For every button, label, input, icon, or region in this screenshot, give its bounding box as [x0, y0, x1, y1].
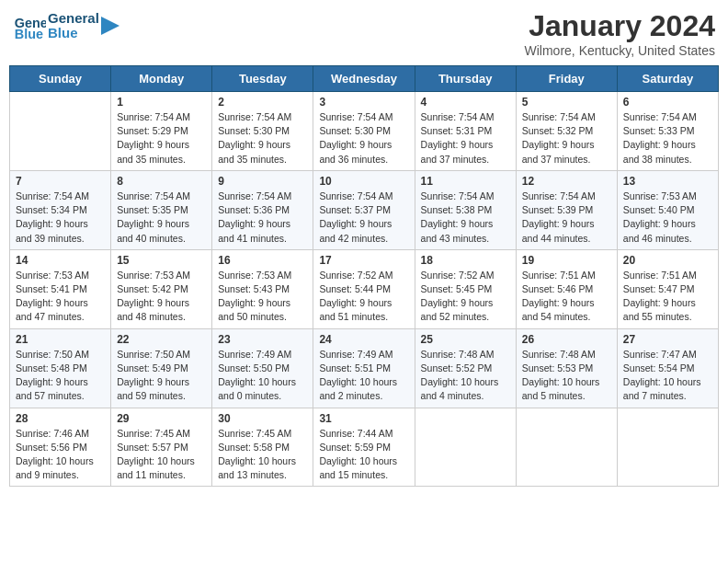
day-info: Sunrise: 7:51 AM Sunset: 5:47 PM Dayligh…	[623, 269, 712, 325]
sunset-text: Sunset: 5:31 PM	[421, 124, 510, 138]
calendar-day-cell: 10 Sunrise: 7:54 AM Sunset: 5:37 PM Dayl…	[313, 170, 415, 249]
day-number: 27	[623, 333, 712, 346]
logo-icon: General Blue	[13, 9, 46, 42]
day-info: Sunrise: 7:47 AM Sunset: 5:54 PM Dayligh…	[623, 348, 712, 404]
calendar-day-cell: 22 Sunrise: 7:50 AM Sunset: 5:49 PM Dayl…	[111, 328, 212, 408]
sunset-text: Sunset: 5:48 PM	[16, 362, 105, 375]
daylight-text: Daylight: 9 hours and 36 minutes.	[319, 138, 408, 166]
sunrise-text: Sunrise: 7:53 AM	[16, 269, 105, 282]
day-number: 11	[421, 175, 510, 188]
sunset-text: Sunset: 5:36 PM	[218, 203, 307, 217]
calendar-day-cell: 31 Sunrise: 7:44 AM Sunset: 5:59 PM Dayl…	[313, 408, 415, 487]
daylight-text: Daylight: 9 hours and 47 minutes.	[16, 296, 105, 324]
day-number: 19	[522, 254, 611, 267]
daylight-text: Daylight: 9 hours and 35 minutes.	[218, 138, 307, 166]
day-number: 28	[16, 412, 105, 425]
day-info: Sunrise: 7:54 AM Sunset: 5:32 PM Dayligh…	[522, 110, 611, 167]
sunset-text: Sunset: 5:38 PM	[421, 203, 510, 217]
daylight-text: Daylight: 10 hours and 4 minutes.	[421, 375, 510, 403]
calendar-day-cell: 30 Sunrise: 7:45 AM Sunset: 5:58 PM Dayl…	[212, 408, 313, 487]
calendar-day-cell: 17 Sunrise: 7:52 AM Sunset: 5:44 PM Dayl…	[313, 249, 415, 328]
day-number: 23	[218, 333, 307, 346]
day-number: 2	[218, 96, 307, 109]
daylight-text: Daylight: 10 hours and 0 minutes.	[218, 375, 307, 403]
daylight-text: Daylight: 10 hours and 11 minutes.	[117, 454, 206, 482]
sunset-text: Sunset: 5:30 PM	[319, 124, 408, 138]
sunset-text: Sunset: 5:29 PM	[117, 124, 206, 138]
calendar-day-cell	[10, 92, 111, 171]
daylight-text: Daylight: 9 hours and 50 minutes.	[218, 296, 307, 324]
sunrise-text: Sunrise: 7:53 AM	[623, 190, 712, 203]
day-number: 15	[117, 254, 206, 267]
day-number: 31	[319, 412, 408, 425]
calendar-day-cell: 1 Sunrise: 7:54 AM Sunset: 5:29 PM Dayli…	[111, 92, 212, 171]
day-number: 7	[16, 175, 105, 188]
sunset-text: Sunset: 5:32 PM	[522, 124, 611, 138]
daylight-text: Daylight: 9 hours and 59 minutes.	[117, 375, 206, 403]
daylight-text: Daylight: 9 hours and 40 minutes.	[117, 217, 206, 245]
day-info: Sunrise: 7:45 AM Sunset: 5:58 PM Dayligh…	[218, 427, 307, 483]
logo: General Blue General Blue	[13, 9, 119, 42]
sunrise-text: Sunrise: 7:54 AM	[218, 110, 307, 124]
sunrise-text: Sunrise: 7:54 AM	[522, 110, 611, 124]
sunset-text: Sunset: 5:52 PM	[421, 362, 510, 375]
calendar-week-row: 7 Sunrise: 7:54 AM Sunset: 5:34 PM Dayli…	[10, 170, 719, 249]
calendar-day-cell: 13 Sunrise: 7:53 AM Sunset: 5:40 PM Dayl…	[617, 170, 718, 249]
daylight-text: Daylight: 9 hours and 48 minutes.	[117, 296, 206, 324]
sunset-text: Sunset: 5:58 PM	[218, 441, 307, 454]
sunset-text: Sunset: 5:54 PM	[623, 362, 712, 375]
day-info: Sunrise: 7:49 AM Sunset: 5:50 PM Dayligh…	[218, 348, 307, 404]
month-year-title: January 2024	[525, 9, 715, 43]
day-info: Sunrise: 7:54 AM Sunset: 5:39 PM Dayligh…	[522, 190, 611, 246]
sunrise-text: Sunrise: 7:50 AM	[117, 348, 206, 362]
calendar-day-cell: 3 Sunrise: 7:54 AM Sunset: 5:30 PM Dayli…	[313, 92, 415, 171]
calendar-day-cell: 24 Sunrise: 7:49 AM Sunset: 5:51 PM Dayl…	[313, 328, 415, 408]
calendar-day-cell: 20 Sunrise: 7:51 AM Sunset: 5:47 PM Dayl…	[617, 249, 718, 328]
calendar-day-cell: 7 Sunrise: 7:54 AM Sunset: 5:34 PM Dayli…	[10, 170, 111, 249]
daylight-text: Daylight: 10 hours and 2 minutes.	[319, 375, 408, 403]
day-info: Sunrise: 7:53 AM Sunset: 5:41 PM Dayligh…	[16, 269, 105, 325]
sunrise-text: Sunrise: 7:47 AM	[623, 348, 712, 362]
title-block: January 2024 Wilmore, Kentucky, United S…	[525, 9, 715, 58]
day-number: 4	[421, 96, 510, 109]
day-info: Sunrise: 7:51 AM Sunset: 5:46 PM Dayligh…	[522, 269, 611, 325]
calendar-day-cell	[415, 408, 516, 487]
sunset-text: Sunset: 5:45 PM	[421, 282, 510, 296]
sunset-text: Sunset: 5:44 PM	[319, 282, 408, 296]
day-number: 13	[623, 175, 712, 188]
day-info: Sunrise: 7:54 AM Sunset: 5:34 PM Dayligh…	[16, 190, 105, 246]
sunset-text: Sunset: 5:47 PM	[623, 282, 712, 296]
sunrise-text: Sunrise: 7:54 AM	[16, 190, 105, 203]
sunset-text: Sunset: 5:43 PM	[218, 282, 307, 296]
sunrise-text: Sunrise: 7:46 AM	[16, 427, 105, 441]
calendar-day-cell: 11 Sunrise: 7:54 AM Sunset: 5:38 PM Dayl…	[415, 170, 516, 249]
day-number: 9	[218, 175, 307, 188]
daylight-text: Daylight: 9 hours and 37 minutes.	[421, 138, 510, 166]
daylight-text: Daylight: 9 hours and 51 minutes.	[319, 296, 408, 324]
calendar-day-cell	[516, 408, 617, 487]
day-info: Sunrise: 7:54 AM Sunset: 5:29 PM Dayligh…	[117, 110, 206, 167]
weekday-header-friday: Friday	[516, 66, 617, 92]
day-number: 17	[319, 254, 408, 267]
daylight-text: Daylight: 9 hours and 46 minutes.	[623, 217, 712, 245]
daylight-text: Daylight: 9 hours and 41 minutes.	[218, 217, 307, 245]
calendar-day-cell: 29 Sunrise: 7:45 AM Sunset: 5:57 PM Dayl…	[111, 408, 212, 487]
sunrise-text: Sunrise: 7:54 AM	[117, 190, 206, 203]
sunrise-text: Sunrise: 7:45 AM	[218, 427, 307, 441]
sunrise-text: Sunrise: 7:54 AM	[218, 190, 307, 203]
sunset-text: Sunset: 5:35 PM	[117, 203, 206, 217]
day-number: 1	[117, 96, 206, 109]
calendar-day-cell	[617, 408, 718, 487]
daylight-text: Daylight: 9 hours and 52 minutes.	[421, 296, 510, 324]
sunset-text: Sunset: 5:51 PM	[319, 362, 408, 375]
sunset-text: Sunset: 5:37 PM	[319, 203, 408, 217]
sunrise-text: Sunrise: 7:54 AM	[421, 190, 510, 203]
weekday-header-saturday: Saturday	[617, 66, 718, 92]
calendar-day-cell: 26 Sunrise: 7:48 AM Sunset: 5:53 PM Dayl…	[516, 328, 617, 408]
calendar-day-cell: 12 Sunrise: 7:54 AM Sunset: 5:39 PM Dayl…	[516, 170, 617, 249]
calendar-day-cell: 25 Sunrise: 7:48 AM Sunset: 5:52 PM Dayl…	[415, 328, 516, 408]
day-number: 6	[623, 96, 712, 109]
day-info: Sunrise: 7:46 AM Sunset: 5:56 PM Dayligh…	[16, 427, 105, 483]
calendar-day-cell: 19 Sunrise: 7:51 AM Sunset: 5:46 PM Dayl…	[516, 249, 617, 328]
logo-line1: General	[48, 11, 99, 27]
